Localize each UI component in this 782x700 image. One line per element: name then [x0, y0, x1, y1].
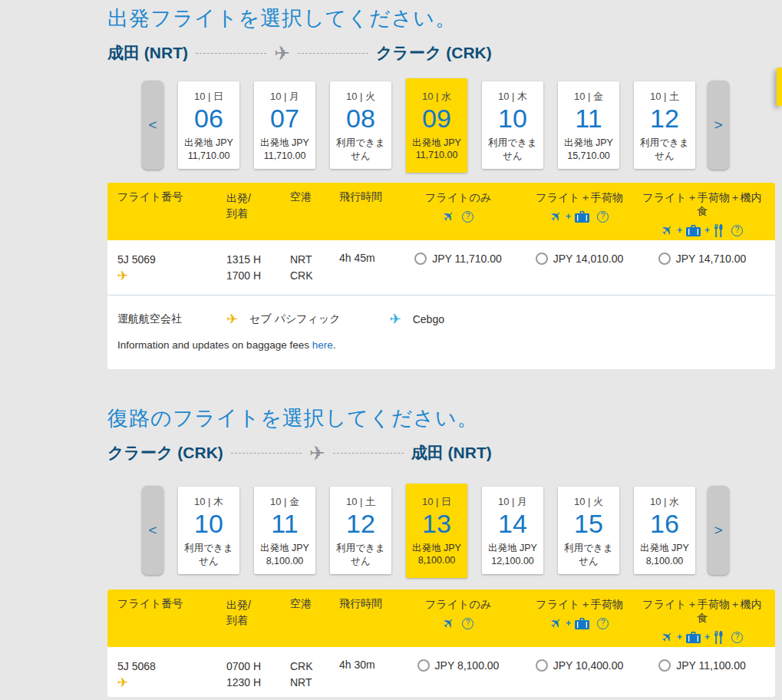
utensils-icon	[714, 224, 724, 237]
operator-name: セブ パシフィック	[249, 312, 341, 326]
baggage-fees-note: Information and updates on baggage fees …	[107, 326, 775, 351]
date-card-monthday: 10 | 木	[194, 495, 223, 509]
plus-icon: +	[677, 632, 682, 642]
col-fare-flight-bag-meal: フライト＋手荷物＋機内食 ✈ + + ?	[639, 190, 765, 240]
flight-selection-page: 出発フライトを選択してください。 成田 (NRT) ✈ クラーク (CRK) <…	[0, 0, 782, 700]
col-duration: 飛行時間	[339, 597, 397, 647]
date-card-price: 出発地 JPY8,100.00	[411, 542, 463, 568]
date-card[interactable]: 10 | 木 10 利用できません	[482, 81, 543, 169]
date-card-monthday: 10 | 月	[270, 90, 299, 104]
airports-cell: NRTCRK	[290, 252, 339, 284]
date-card[interactable]: 10 | 土 12 利用できません	[634, 81, 695, 169]
plane-icon: ✈	[658, 628, 676, 646]
plus-icon: +	[566, 212, 571, 221]
fare-radio[interactable]	[417, 659, 430, 672]
date-card[interactable]: 10 | 火 15 利用できません	[558, 487, 619, 574]
times-cell: 0700 H1230 H	[226, 659, 290, 691]
plus-icon: +	[704, 632, 710, 642]
date-card-selected[interactable]: 10 | 日 13 出発地 JPY8,100.00	[406, 484, 467, 578]
plane-icon: ✈	[440, 207, 457, 225]
airports-cell: CRKNRT	[290, 659, 339, 691]
flight-row: 5J 5069 ✈ 1315 H1700 H NRTCRK 4h 45m JPY…	[107, 240, 775, 290]
date-cards: 10 | 木 10 利用できません 10 | 金 11 出発地 JPY8,100…	[178, 484, 695, 578]
date-card-day: 11	[575, 104, 602, 133]
help-icon[interactable]: ?	[597, 618, 609, 629]
utensils-icon	[714, 631, 724, 644]
help-icon[interactable]: ?	[462, 618, 473, 629]
plane-icon: ✈	[440, 614, 457, 632]
date-card-day: 10	[194, 509, 223, 538]
date-card[interactable]: 10 | 火 08 利用できません	[330, 81, 391, 169]
route-origin: 成田 (NRT)	[107, 42, 188, 64]
next-dates-button[interactable]: >	[708, 81, 729, 170]
fare-price: JPY 14,010.00	[553, 253, 624, 266]
help-icon[interactable]: ?	[462, 211, 473, 223]
plane-icon: ✈	[274, 44, 290, 63]
fare-price: JPY 8,100.00	[435, 659, 500, 672]
date-card[interactable]: 10 | 月 07 出発地 JPY11,710.00	[254, 81, 315, 169]
operator-label: 運航航空会社	[117, 312, 226, 326]
date-card[interactable]: 10 | 日 06 出発地 JPY11,710.00	[178, 81, 239, 169]
col-fare-flight-only: フライトのみ ✈ ?	[397, 190, 520, 240]
prev-dates-button[interactable]: <	[142, 81, 163, 170]
date-card[interactable]: 10 | 金 11 出発地 JPY8,100.00	[254, 487, 315, 574]
fare-price: JPY 10,400.00	[553, 659, 624, 672]
date-card-day: 06	[194, 104, 223, 133]
col-flight-number: フライト番号	[117, 190, 226, 240]
date-cards: 10 | 日 06 出発地 JPY11,710.00 10 | 月 07 出発地…	[178, 78, 695, 173]
return-title: 復路のフライトを選択してください。	[107, 404, 775, 432]
prev-dates-button[interactable]: <	[142, 486, 163, 575]
route-dash-line	[333, 453, 404, 454]
plus-icon: +	[677, 226, 682, 235]
date-card[interactable]: 10 | 月 14 出発地 JPY12,100.00	[482, 487, 543, 574]
date-card-price: 利用できません	[558, 542, 619, 568]
next-dates-button[interactable]: >	[708, 486, 729, 575]
fare-radio[interactable]	[536, 659, 548, 672]
date-card[interactable]: 10 | 金 11 出発地 JPY15,710.00	[558, 81, 619, 169]
date-card-price: 利用できません	[178, 542, 239, 568]
outbound-date-carousel: < 10 | 日 06 出発地 JPY11,710.00 10 | 月 07 出…	[142, 77, 730, 173]
edge-widget[interactable]	[777, 68, 782, 106]
plane-icon: ✈	[309, 444, 325, 463]
fare-flight-only-cell: JPY 8,100.00	[397, 659, 520, 691]
flight-table-header: フライト番号 出発/到着 空港 飛行時間 フライトのみ ✈ ? フライト＋手荷物	[107, 183, 775, 240]
fare-radio[interactable]	[414, 253, 427, 265]
fare-radio[interactable]	[658, 659, 671, 672]
briefcase-icon	[686, 632, 701, 643]
return-section: 復路のフライトを選択してください。 クラーク (CRK) ✈ 成田 (NRT) …	[107, 404, 775, 697]
date-card-selected[interactable]: 10 | 水 09 出発地 JPY11,710.00	[406, 78, 467, 173]
fare-price: JPY 11,100.00	[676, 659, 746, 672]
airline-plane-icon: ✈	[117, 268, 226, 284]
date-card-day: 12	[346, 509, 375, 538]
times-cell: 1315 H1700 H	[226, 252, 290, 284]
date-card[interactable]: 10 | 木 10 利用できません	[178, 487, 239, 574]
flight-number-cell: 5J 5068 ✈	[117, 659, 226, 691]
date-card-day: 12	[650, 104, 679, 133]
return-route: クラーク (CRK) ✈ 成田 (NRT)	[107, 442, 775, 464]
baggage-fees-link[interactable]: here	[312, 339, 333, 351]
date-card-price: 利用できません	[330, 137, 391, 163]
date-card-price: 出発地 JPY11,710.00	[411, 137, 463, 163]
date-card[interactable]: 10 | 水 16 出発地 JPY8,100.00	[634, 487, 695, 574]
col-airport: 空港	[290, 597, 339, 647]
help-icon[interactable]: ?	[731, 225, 743, 236]
operating-airlines-row: 運航航空会社 ✈ セブ パシフィック ✈ Cebgo	[107, 296, 775, 326]
date-card-price: 利用できません	[482, 137, 543, 163]
date-card-monthday: 10 | 土	[650, 90, 679, 104]
help-icon[interactable]: ?	[597, 211, 609, 223]
plus-icon: +	[566, 619, 571, 628]
help-icon[interactable]: ?	[731, 632, 743, 643]
route-destination: クラーク (CRK)	[376, 42, 492, 64]
cebgo-plane-icon: ✈	[390, 312, 401, 326]
col-fare-flight-bag-meal: フライト＋手荷物＋機内食 ✈ + + ?	[639, 597, 765, 647]
col-duration: 飛行時間	[339, 190, 397, 240]
col-dep-arr: 出発/到着	[226, 597, 290, 647]
fare-radio[interactable]	[536, 253, 548, 265]
date-card[interactable]: 10 | 土 12 利用できません	[330, 487, 391, 574]
airline-plane-icon: ✈	[117, 675, 226, 691]
fare-flight-bag-meal-cell: JPY 14,710.00	[639, 252, 765, 284]
fare-radio[interactable]	[658, 253, 671, 265]
fare-flight-bag-meal-cell: JPY 11,100.00	[639, 659, 765, 691]
flight-table-header: フライト番号 出発/到着 空港 飛行時間 フライトのみ ✈ ? フライト＋手荷物	[107, 589, 775, 647]
col-fare-flight-only: フライトのみ ✈ ?	[397, 597, 520, 647]
